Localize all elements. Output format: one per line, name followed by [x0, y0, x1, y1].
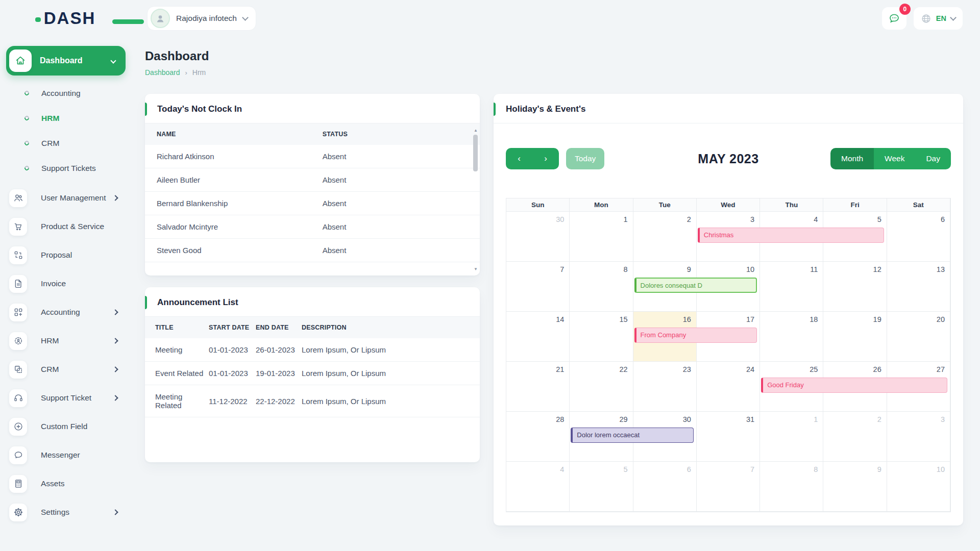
- calendar-day-cell[interactable]: 10: [887, 462, 950, 512]
- sidebar-item-accounting[interactable]: Accounting: [6, 298, 126, 327]
- calendar-day-cell[interactable]: 12: [823, 262, 887, 312]
- calendar-day-cell[interactable]: 6: [633, 462, 697, 512]
- app-logo[interactable]: DASH: [0, 9, 131, 28]
- calendar-day-cell[interactable]: 24: [697, 362, 760, 412]
- sidebar-item-dashboard[interactable]: Dashboard: [6, 46, 126, 76]
- calendar-day-cell[interactable]: 21: [506, 362, 570, 412]
- scroll-down-icon[interactable]: ▼: [473, 266, 479, 272]
- chevron-right-icon: [112, 366, 118, 372]
- calendar-event-good-friday[interactable]: Good Friday: [761, 378, 947, 393]
- chat-bubble-icon: [888, 12, 900, 24]
- company-selector[interactable]: Rajodiya infotech: [147, 6, 256, 31]
- calendar-day-cell[interactable]: 2: [823, 412, 887, 462]
- sidebar-item-label: Support Ticket: [41, 393, 113, 403]
- sidebar-item-crm[interactable]: CRM: [6, 355, 126, 384]
- scrollbar-thumb[interactable]: [473, 135, 478, 171]
- sidebar-item-label: Dashboard: [40, 56, 111, 65]
- sidebar-item-proposal[interactable]: Proposal: [6, 241, 126, 269]
- table-row: Event Related01-01-202319-01-2023Lorem I…: [145, 362, 480, 385]
- calendar-event-from-company[interactable]: From Company: [634, 328, 757, 343]
- sidebar-subitem-crm[interactable]: CRM: [6, 131, 126, 156]
- weekday-header: Fri: [823, 198, 887, 212]
- calendar-day-cell[interactable]: 22: [570, 362, 633, 412]
- calendar-day-cell[interactable]: 7: [697, 462, 760, 512]
- crm-icon: [9, 361, 27, 379]
- accounting-icon: [9, 304, 27, 321]
- sidebar-item-settings[interactable]: Settings: [6, 498, 126, 527]
- clockin-col-name: NAME: [145, 123, 323, 145]
- language-selector[interactable]: EN: [914, 7, 963, 30]
- breadcrumb-link-dashboard[interactable]: Dashboard: [145, 68, 180, 77]
- calendar-day-cell[interactable]: 4: [506, 462, 570, 512]
- calendar-day-cell[interactable]: 13: [887, 262, 950, 312]
- calendar-day-cell[interactable]: 14: [506, 312, 570, 362]
- calendar-day-cell[interactable]: 30: [506, 212, 570, 262]
- sidebar-item-hrm[interactable]: HRM: [6, 327, 126, 355]
- sidebar-item-custom-field[interactable]: Custom Field: [6, 412, 126, 441]
- calculator-icon: [9, 475, 27, 493]
- chevron-down-icon: [950, 14, 957, 21]
- sidebar-item-product-service[interactable]: Product & Service: [6, 212, 126, 241]
- announcement-table: TITLE START DATE END DATE DESCRIPTION Me…: [145, 317, 480, 417]
- calendar-event-dolores-consequat-d[interactable]: Dolores consequat D: [634, 278, 757, 293]
- calendar-event-christmas[interactable]: Christmas: [698, 228, 884, 243]
- sidebar-subitem-label: CRM: [41, 139, 59, 148]
- notifications-button[interactable]: 0: [882, 7, 906, 30]
- table-row: Meeting01-01-202326-01-2023Lorem Ipsum, …: [145, 338, 480, 362]
- calendar-day-cell[interactable]: 11: [760, 262, 823, 312]
- clockin-scrollbar[interactable]: ▲ ▼: [473, 128, 479, 272]
- calendar-day-cell[interactable]: 9: [823, 462, 887, 512]
- sidebar-item-label: HRM: [41, 336, 113, 345]
- calendar-event-dolor-lorem-occaecat[interactable]: Dolor lorem occaecat: [571, 428, 694, 443]
- calendar-grid: SunMonTueWedThuFriSat3012345678910111213…: [506, 198, 951, 512]
- clockin-col-status: STATUS: [323, 123, 480, 145]
- calendar-day-cell[interactable]: 31: [697, 412, 760, 462]
- sidebar-item-invoice[interactable]: Invoice: [6, 269, 126, 298]
- calendar-card: Holiday's & Event's ‹ › Today MAY 2023 M…: [494, 94, 963, 525]
- sidebar-subitem-hrm[interactable]: HRM: [6, 106, 126, 131]
- sidebar-subitem-support-tickets[interactable]: Support Tickets: [6, 156, 126, 181]
- language-code: EN: [936, 14, 946, 22]
- calendar-day-cell[interactable]: 20: [887, 312, 950, 362]
- top-header: DASH Rajodiya infotech 0 EN: [0, 0, 980, 37]
- calendar-day-cell[interactable]: 6: [887, 212, 950, 262]
- sidebar-item-label: User Management: [41, 193, 113, 203]
- announcement-start-date: 01-01-2023: [209, 338, 256, 362]
- calendar-day-cell[interactable]: 19: [823, 312, 887, 362]
- announcement-col-title: TITLE: [145, 317, 209, 338]
- calendar-day-cell[interactable]: 3: [887, 412, 950, 462]
- calendar-day-cell[interactable]: 1: [760, 412, 823, 462]
- employee-name: Richard Atkinson: [145, 145, 323, 168]
- announcement-card-header: Announcement List: [145, 287, 480, 317]
- calendar-day-cell[interactable]: 23: [633, 362, 697, 412]
- chevron-right-icon: [112, 509, 118, 515]
- calendar-day-cell[interactable]: 2: [633, 212, 697, 262]
- sidebar-item-label: Product & Service: [41, 222, 126, 231]
- calendar-day-cell[interactable]: 1: [570, 212, 633, 262]
- employee-status: Absent: [323, 192, 480, 215]
- scroll-up-icon[interactable]: ▲: [473, 128, 479, 134]
- sidebar-item-support-ticket[interactable]: Support Ticket: [6, 384, 126, 412]
- sidebar-subitem-accounting[interactable]: Accounting: [6, 81, 126, 106]
- calendar-day-cell[interactable]: 7: [506, 262, 570, 312]
- calendar-month-title: MAY 2023: [506, 152, 951, 166]
- chevron-down-icon: [110, 58, 116, 63]
- logo-text: DASH: [44, 9, 96, 28]
- sidebar-item-messenger[interactable]: Messenger: [6, 441, 126, 469]
- calendar-day-cell[interactable]: 8: [760, 462, 823, 512]
- calendar-day-cell[interactable]: 18: [760, 312, 823, 362]
- logo-dot-icon: [35, 17, 41, 22]
- calendar-day-cell[interactable]: 15: [570, 312, 633, 362]
- sidebar-item-label: Custom Field: [41, 422, 126, 431]
- chevron-right-icon: [112, 338, 118, 343]
- bullet-icon: [23, 165, 30, 171]
- announcement-description: Lorem Ipsum, Or Lipsum: [302, 385, 480, 417]
- calendar-day-cell[interactable]: 8: [570, 262, 633, 312]
- calendar-day-cell[interactable]: 28: [506, 412, 570, 462]
- sidebar-item-user-management[interactable]: User Management: [6, 184, 126, 212]
- sidebar-item-assets[interactable]: Assets: [6, 469, 126, 498]
- employee-name: Steven Good: [145, 239, 323, 262]
- clockin-table: NAME STATUS Richard AtkinsonAbsentAileen…: [145, 123, 480, 262]
- announcement-end-date: 26-01-2023: [256, 338, 302, 362]
- calendar-day-cell[interactable]: 5: [570, 462, 633, 512]
